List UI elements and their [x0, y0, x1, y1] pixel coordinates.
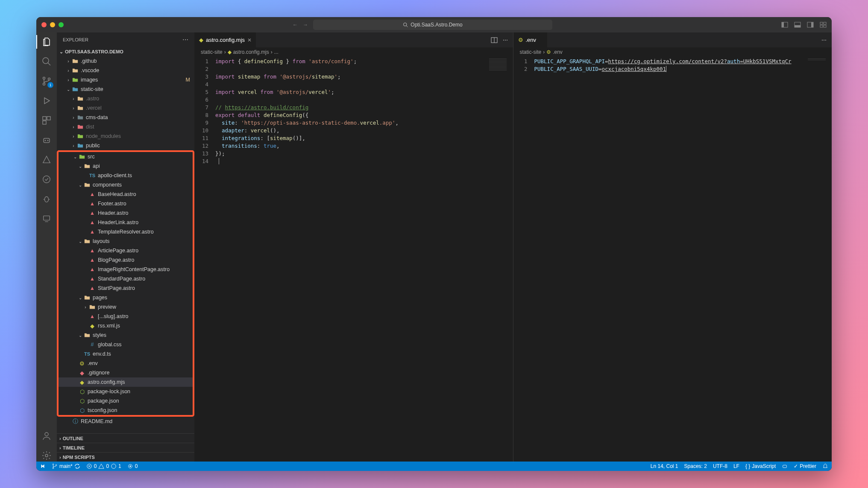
file-item[interactable]: #global.css	[59, 340, 193, 349]
breadcrumb-left[interactable]: static-site› ◆ astro.config.mjs› ...	[195, 47, 513, 57]
remote-activity[interactable]	[41, 213, 53, 225]
ports[interactable]: 0	[127, 463, 138, 469]
tab-astro-config[interactable]: ◆ astro.config.mjs ✕	[195, 32, 256, 47]
bug-activity[interactable]	[41, 193, 53, 205]
copilot-activity[interactable]	[41, 134, 53, 146]
triangle-activity[interactable]	[41, 154, 53, 166]
file-item[interactable]: ▲ArticlePage.astro	[59, 246, 193, 255]
check-circle-icon	[42, 175, 51, 184]
file-item[interactable]: ⓘREADME.md	[57, 417, 194, 426]
file-item[interactable]: ▲StandardPage.astro	[59, 274, 193, 283]
file-item[interactable]: ▲[...slug].astro	[59, 312, 193, 321]
layout-customize-icon[interactable]	[820, 21, 827, 28]
folder-item[interactable]: ›.vercel	[57, 103, 194, 113]
sidebar-more-icon[interactable]: ⋯	[182, 36, 188, 43]
folder-item[interactable]: ⌄styles	[59, 330, 193, 340]
minimize-window[interactable]	[50, 22, 55, 27]
layout-sidebar-right-icon[interactable]	[807, 21, 814, 28]
indentation[interactable]: Spaces: 2	[684, 463, 707, 469]
file-item[interactable]: ◆.gitignore	[59, 368, 193, 377]
code-content[interactable]: import { defineConfig } from 'astro/conf…	[215, 57, 487, 462]
cursor-position[interactable]: Ln 14, Col 1	[651, 463, 678, 469]
file-item[interactable]: TSapollo-client.ts	[59, 171, 193, 180]
search-icon	[403, 22, 408, 27]
folder-item[interactable]: ›node_modules	[57, 131, 194, 141]
search-activity[interactable]	[41, 56, 53, 67]
accounts-activity[interactable]	[41, 430, 53, 442]
svg-point-0	[404, 23, 407, 26]
language-mode[interactable]: { } JavaScript	[745, 463, 776, 469]
file-item[interactable]: ▲Footer.astro	[59, 199, 193, 208]
js-file-icon: ◆	[199, 37, 203, 43]
folder-item[interactable]: ⌄components	[59, 180, 193, 190]
npm-scripts-section[interactable]: › NPM SCRIPTS	[57, 452, 194, 462]
remote-indicator[interactable]	[40, 463, 46, 469]
more-icon[interactable]: ⋯	[821, 37, 827, 43]
source-control-activity[interactable]: 1	[41, 75, 53, 87]
encoding[interactable]: UTF-8	[713, 463, 727, 469]
file-item[interactable]: ⬡tsconfig.json	[59, 406, 193, 415]
settings-activity[interactable]	[41, 450, 53, 462]
minimap[interactable]	[806, 57, 832, 462]
split-editor-icon[interactable]	[491, 37, 498, 44]
layout-panel-icon[interactable]	[794, 21, 801, 28]
problems[interactable]: 0 0 1	[86, 463, 121, 469]
notifications[interactable]	[822, 463, 828, 469]
folder-item[interactable]: ›preview	[59, 302, 193, 312]
folder-item[interactable]: ⌄pages	[59, 293, 193, 302]
tab-env[interactable]: ⚙ .env ✕	[514, 32, 548, 47]
git-branch[interactable]: main*	[52, 463, 80, 469]
search-icon	[41, 56, 52, 67]
folder-item[interactable]: ›.astro	[57, 94, 194, 103]
folder-item[interactable]: ›dist	[57, 122, 194, 131]
folder-item[interactable]: ›.vscode	[57, 66, 194, 75]
file-item[interactable]: ⬡package-lock.json	[59, 387, 193, 396]
file-item[interactable]: ◆rss.xml.js	[59, 321, 193, 330]
file-item[interactable]: ▲Header.astro	[59, 208, 193, 218]
folder-item[interactable]: ⌄api	[59, 161, 193, 171]
run-debug-activity[interactable]	[41, 95, 53, 107]
close-icon[interactable]: ✕	[247, 37, 252, 43]
timeline-section[interactable]: › TIMELINE	[57, 443, 194, 452]
file-item[interactable]: ◆astro.config.mjs	[59, 377, 193, 387]
breadcrumb-right[interactable]: static-site› ⚙ .env	[514, 47, 832, 57]
close-window[interactable]	[41, 22, 47, 27]
file-item[interactable]: ⚙.env	[59, 359, 193, 368]
code-editor-right[interactable]: 12 PUBLIC_APP_GRAPHQL_API=https://cg.opt…	[514, 57, 832, 462]
folder-item[interactable]: ›.github	[57, 56, 194, 66]
project-header[interactable]: ⌄ OPTI.SAAS.ASTRO.DEMO	[57, 47, 194, 56]
file-item[interactable]: ▲HeaderLink.astro	[59, 218, 193, 227]
folder-item[interactable]: ⌄static-site	[57, 85, 194, 94]
code-content[interactable]: PUBLIC_APP_GRAPHQL_API=https://cg.optimi…	[534, 57, 806, 462]
folder-item[interactable]: ›cms-data	[57, 113, 194, 122]
file-item[interactable]: ▲BlogPage.astro	[59, 255, 193, 265]
folder-item[interactable]: ›imagesM	[57, 75, 194, 85]
titlebar: ← → Opti.SaaS.Astro.Demo	[36, 17, 832, 32]
maximize-window[interactable]	[59, 22, 64, 27]
explorer-activity[interactable]	[41, 36, 53, 48]
check-activity[interactable]	[41, 173, 53, 185]
minimap[interactable]	[487, 57, 513, 462]
folder-item[interactable]: ⌄src	[59, 152, 193, 161]
nav-back-icon[interactable]: ←	[293, 22, 298, 28]
command-center[interactable]: Opti.SaaS.Astro.Demo	[313, 20, 552, 30]
file-item[interactable]: ▲BaseHead.astro	[59, 190, 193, 199]
nav-forward-icon[interactable]: →	[303, 22, 308, 28]
file-item[interactable]: TSenv.d.ts	[59, 349, 193, 359]
radio-icon	[127, 463, 133, 469]
file-item[interactable]: ▲ImageRightContentPage.astro	[59, 265, 193, 274]
file-item[interactable]: ▲TemplateResolver.astro	[59, 227, 193, 237]
file-item[interactable]: ▲StartPage.astro	[59, 283, 193, 293]
extensions-activity[interactable]	[41, 114, 53, 126]
more-icon[interactable]: ⋯	[503, 37, 508, 43]
folder-item[interactable]: ⌄layouts	[59, 237, 193, 246]
tabs-left: ◆ astro.config.mjs ✕ ⋯	[195, 32, 513, 47]
copilot-status[interactable]	[782, 463, 788, 469]
eol[interactable]: LF	[733, 463, 739, 469]
layout-sidebar-left-icon[interactable]	[781, 21, 788, 28]
code-editor-left[interactable]: 1234567891011121314 import { defineConfi…	[195, 57, 513, 462]
folder-item[interactable]: ›public	[57, 141, 194, 150]
file-item[interactable]: ⬡package.json	[59, 396, 193, 406]
outline-section[interactable]: › OUTLINE	[57, 433, 194, 443]
prettier-status[interactable]: ✓ Prettier	[794, 463, 816, 469]
